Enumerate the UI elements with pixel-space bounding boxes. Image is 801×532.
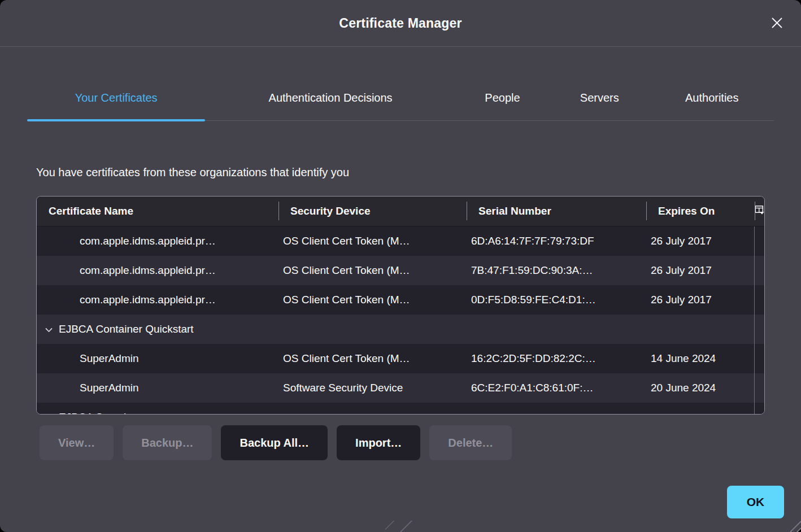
cert-name: com.apple.idms.appleid.pr… xyxy=(37,294,278,306)
cert-serial: 6D:A6:14:7F:7F:79:73:DF xyxy=(467,235,646,247)
cert-serial: 7B:47:F1:59:DC:90:3A:… xyxy=(467,264,646,277)
table-row[interactable]: com.apple.idms.appleid.pr… OS Client Cer… xyxy=(37,285,764,315)
column-header-certificate-name[interactable]: Certificate Name xyxy=(37,197,278,226)
table-row[interactable]: com.apple.idms.appleid.pr… OS Client Cer… xyxy=(37,256,764,285)
table-group-row[interactable]: EJBCA Container Quickstart xyxy=(37,315,764,344)
cert-device: OS Client Cert Token (M… xyxy=(278,235,467,247)
cert-expires: 20 June 2024 xyxy=(646,382,755,394)
ok-button[interactable]: OK xyxy=(727,486,784,518)
table-row[interactable]: SuperAdmin OS Client Cert Token (M… 16:2… xyxy=(37,344,764,373)
cert-expires: 14 June 2024 xyxy=(646,352,755,365)
tab-authentication-decisions[interactable]: Authentication Decisions xyxy=(205,76,456,120)
cert-expires: 26 July 2017 xyxy=(646,294,755,306)
title-bar: Certificate Manager xyxy=(0,0,801,47)
certificate-manager-window: Certificate Manager Your Certificates Au… xyxy=(0,0,801,532)
cert-serial: 6C:E2:F0:A1:C8:61:0F:… xyxy=(467,382,646,394)
certificate-manager-dialog: Certificate Manager Your Certificates Au… xyxy=(0,0,801,532)
backup-all-button[interactable]: Backup All… xyxy=(221,425,328,460)
backup-button: Backup… xyxy=(123,425,212,460)
column-picker-icon xyxy=(755,205,765,218)
action-button-row: View… Backup… Backup All… Import… Delete… xyxy=(40,425,512,460)
tab-bar: Your Certificates Authentication Decisio… xyxy=(27,76,774,121)
cert-device: Software Security Device xyxy=(278,382,467,394)
tab-servers[interactable]: Servers xyxy=(549,76,650,120)
tab-your-certificates[interactable]: Your Certificates xyxy=(27,76,205,120)
intro-text: You have certificates from these organiz… xyxy=(36,166,349,179)
table-body: com.apple.idms.appleid.pr… OS Client Cer… xyxy=(37,226,764,414)
cert-device: OS Client Cert Token (M… xyxy=(278,352,467,365)
cert-device: OS Client Cert Token (M… xyxy=(278,294,467,306)
cert-serial: 16:2C:2D:5F:DD:82:2C:… xyxy=(467,352,646,365)
close-icon xyxy=(769,15,785,32)
column-header-serial-number[interactable]: Serial Number xyxy=(467,197,646,226)
table-row[interactable]: SuperAdmin Software Security Device 6C:E… xyxy=(37,373,764,403)
column-header-expires-on[interactable]: Expires On xyxy=(646,197,755,226)
certificates-table: Certificate Name Security Device Serial … xyxy=(36,196,765,415)
dialog-title: Certificate Manager xyxy=(339,16,462,31)
tab-people[interactable]: People xyxy=(456,76,549,120)
chevron-down-icon xyxy=(45,411,53,414)
table-group-row-partial[interactable]: EJBCA Sample xyxy=(37,403,764,414)
group-label: EJBCA Container Quickstart xyxy=(59,323,194,335)
group-label: EJBCA Sample xyxy=(59,411,132,414)
window-edge-marks xyxy=(385,521,417,532)
cert-expires: 26 July 2017 xyxy=(646,235,755,247)
import-button[interactable]: Import… xyxy=(337,425,420,460)
column-picker-button[interactable] xyxy=(755,197,765,226)
cert-name: SuperAdmin xyxy=(37,352,278,365)
cert-name: com.apple.idms.appleid.pr… xyxy=(37,235,278,247)
table-header: Certificate Name Security Device Serial … xyxy=(37,197,764,226)
delete-button: Delete… xyxy=(429,425,512,460)
cert-name: SuperAdmin xyxy=(37,382,278,394)
column-header-security-device[interactable]: Security Device xyxy=(278,197,467,226)
cert-serial: 0D:F5:D8:59:FE:C4:D1:… xyxy=(467,294,646,306)
chevron-down-icon[interactable] xyxy=(45,323,53,335)
table-row[interactable]: com.apple.idms.appleid.pr… OS Client Cer… xyxy=(37,226,764,256)
close-button[interactable] xyxy=(768,15,786,33)
cert-device: OS Client Cert Token (M… xyxy=(278,264,467,277)
view-button: View… xyxy=(40,425,114,460)
tab-authorities[interactable]: Authorities xyxy=(650,76,774,120)
cert-name: com.apple.idms.appleid.pr… xyxy=(37,264,278,277)
cert-expires: 26 July 2017 xyxy=(646,264,755,277)
